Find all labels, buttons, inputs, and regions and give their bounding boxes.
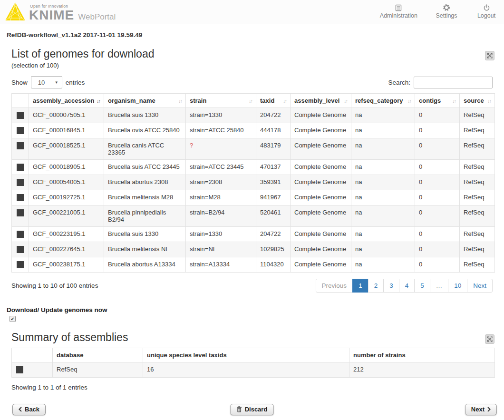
row-select-cell bbox=[12, 362, 53, 378]
search-input[interactable] bbox=[414, 77, 493, 88]
pagination-next[interactable]: Next bbox=[467, 279, 493, 293]
cell: 212 bbox=[349, 362, 495, 378]
column-label: unique species level taxids bbox=[147, 352, 227, 359]
cell: GCF_000192725.1 bbox=[29, 190, 104, 205]
row-checkbox[interactable] bbox=[17, 179, 24, 186]
nav-settings[interactable]: Settings bbox=[436, 4, 457, 19]
table-row: RefSeq16212 bbox=[12, 362, 495, 378]
power-icon bbox=[483, 4, 490, 11]
column-header-refseq_category[interactable]: refseq_category↓↑ bbox=[351, 94, 415, 108]
nav-administration[interactable]: Administration bbox=[380, 4, 417, 19]
page-length-value: 10 bbox=[38, 79, 45, 86]
cell: Complete Genome bbox=[291, 227, 351, 242]
row-checkbox[interactable] bbox=[17, 261, 24, 268]
column-header-unique species level taxids: unique species level taxids bbox=[143, 348, 349, 362]
row-checkbox[interactable] bbox=[17, 194, 24, 201]
cell: 16 bbox=[143, 362, 349, 378]
sort-icon[interactable]: ↓↑ bbox=[178, 98, 182, 104]
genomes-table-footer: Showing 1 to 10 of 100 entries Previous1… bbox=[11, 279, 493, 293]
search-label: Search: bbox=[388, 79, 410, 86]
sort-icon[interactable]: ↓↑ bbox=[344, 98, 347, 104]
cell: na bbox=[351, 242, 415, 257]
column-label: assembly_accession bbox=[33, 97, 94, 104]
top-nav: Administration Settings Logout bbox=[380, 4, 497, 19]
genomes-info: Showing 1 to 10 of 100 entries bbox=[11, 282, 98, 289]
table-row: GCF_000018905.1Brucella suis ATCC 23445s… bbox=[12, 160, 495, 175]
pagination-page-5[interactable]: 5 bbox=[414, 279, 430, 293]
pagination-page-4[interactable]: 4 bbox=[399, 279, 415, 293]
column-header-select bbox=[12, 94, 29, 108]
column-header-assembly_accession[interactable]: assembly_accession↓↑ bbox=[29, 94, 104, 108]
sort-icon[interactable]: ↓↑ bbox=[407, 98, 411, 104]
column-header-source[interactable]: source↓↑ bbox=[460, 94, 495, 108]
discard-button[interactable]: Discard bbox=[231, 404, 274, 415]
row-checkbox[interactable] bbox=[17, 246, 24, 253]
row-select-cell bbox=[12, 175, 29, 190]
row-checkbox[interactable] bbox=[17, 164, 24, 171]
summary-info: Showing 1 to 1 of 1 entries bbox=[11, 384, 494, 391]
next-button[interactable]: Next bbox=[465, 404, 497, 415]
pagination-previous[interactable]: Previous bbox=[316, 279, 353, 293]
column-header-strain[interactable]: strain↓↑ bbox=[186, 94, 256, 108]
cell: GCF_000227645.1 bbox=[29, 242, 104, 257]
row-checkbox[interactable] bbox=[17, 142, 24, 149]
cell: na bbox=[351, 123, 415, 138]
cell: Complete Genome bbox=[291, 175, 351, 190]
cell: Complete Genome bbox=[291, 257, 351, 273]
row-select-cell bbox=[12, 227, 29, 242]
logo-brand: KNIME bbox=[29, 9, 74, 22]
column-label: strain bbox=[190, 97, 206, 104]
nav-logout[interactable]: Logout bbox=[475, 4, 497, 19]
cell: 520461 bbox=[256, 205, 291, 227]
cell: RefSeq bbox=[460, 205, 495, 227]
row-checkbox[interactable] bbox=[17, 112, 24, 119]
column-header-assembly_level[interactable]: assembly_level↓↑ bbox=[291, 94, 351, 108]
column-header-contigs[interactable]: contigs↓↑ bbox=[415, 94, 460, 108]
sort-icon[interactable]: ↓↑ bbox=[487, 98, 491, 104]
back-button[interactable]: Back bbox=[12, 404, 46, 415]
column-header-organism_name[interactable]: organism_name↓↑ bbox=[104, 94, 186, 108]
expand-summary-button[interactable] bbox=[485, 334, 494, 344]
cell: GCF_000018525.1 bbox=[29, 138, 104, 160]
row-select-cell bbox=[12, 205, 29, 227]
cell: Brucella suis 1330 bbox=[104, 108, 186, 123]
pagination-page-3[interactable]: 3 bbox=[383, 279, 399, 293]
sort-icon[interactable]: ↓↑ bbox=[249, 98, 252, 104]
knime-logo[interactable]: Open for Innovation KNIME WebPortal bbox=[5, 1, 116, 22]
workflow-title: RefDB-workflowI_v1.1a2 2017-11-01 19.59.… bbox=[7, 31, 504, 39]
row-select-cell bbox=[12, 123, 29, 138]
pagination-page-10[interactable]: 10 bbox=[448, 279, 467, 293]
row-select-cell bbox=[12, 242, 29, 257]
download-update-checkbox[interactable]: ✔ bbox=[10, 316, 16, 322]
expand-genomes-button[interactable] bbox=[485, 51, 494, 60]
cell: strain=A13334 bbox=[186, 257, 256, 273]
sort-icon[interactable]: ↓↑ bbox=[283, 98, 286, 104]
cell: 470137 bbox=[256, 160, 291, 175]
cell: Complete Genome bbox=[291, 242, 351, 257]
cell: GCF_000007505.1 bbox=[29, 108, 104, 123]
column-header-taxid[interactable]: taxid↓↑ bbox=[256, 94, 291, 108]
cell: na bbox=[351, 160, 415, 175]
cell: strain=1330 bbox=[186, 227, 256, 242]
sort-icon[interactable]: ↓↑ bbox=[97, 98, 100, 104]
page-length-select[interactable]: 10 ▼ bbox=[31, 76, 62, 88]
cell: Complete Genome bbox=[291, 205, 351, 227]
cell: na bbox=[351, 108, 415, 123]
cell: strain=M28 bbox=[186, 190, 256, 205]
next-button-label: Next bbox=[471, 406, 485, 413]
genomes-section: List of genomes for download (selection … bbox=[10, 48, 494, 293]
row-select-cell bbox=[12, 257, 29, 273]
pagination-page-1[interactable]: 1 bbox=[352, 279, 368, 293]
pagination-page-2[interactable]: 2 bbox=[368, 279, 384, 293]
row-checkbox[interactable] bbox=[16, 366, 23, 373]
row-checkbox[interactable] bbox=[17, 209, 24, 216]
table-row: GCF_000192725.1Brucella melitensis M28st… bbox=[12, 190, 495, 205]
pagination: Previous12345…10Next bbox=[316, 279, 493, 293]
sort-icon[interactable]: ↓↑ bbox=[452, 98, 456, 104]
cell: 359391 bbox=[256, 175, 291, 190]
nav-settings-label: Settings bbox=[436, 12, 457, 19]
row-checkbox[interactable] bbox=[17, 231, 24, 238]
row-checkbox[interactable] bbox=[17, 127, 24, 134]
cell: Complete Genome bbox=[291, 138, 351, 160]
cell: na bbox=[351, 175, 415, 190]
